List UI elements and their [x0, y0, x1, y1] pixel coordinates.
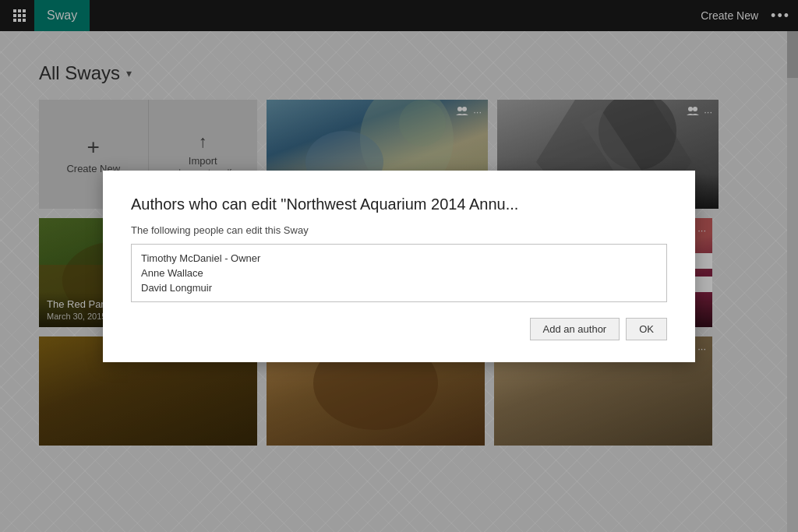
- ok-button[interactable]: OK: [626, 318, 667, 340]
- author-item-1: Anne Wallace: [141, 266, 657, 280]
- add-author-button[interactable]: Add an author: [530, 318, 620, 340]
- authors-modal: Authors who can edit "Northwest Aquarium…: [103, 171, 695, 362]
- modal-title: Authors who can edit "Northwest Aquarium…: [131, 196, 667, 213]
- modal-footer: Add an author OK: [131, 318, 667, 340]
- modal-authors-box: Timothy McDaniel - Owner Anne Wallace Da…: [131, 244, 667, 302]
- author-item-2: David Longmuir: [141, 280, 657, 295]
- author-item-0: Timothy McDaniel - Owner: [141, 251, 657, 266]
- modal-overlay: Authors who can edit "Northwest Aquarium…: [0, 0, 798, 532]
- modal-subtitle: The following people can edit this Sway: [131, 224, 667, 236]
